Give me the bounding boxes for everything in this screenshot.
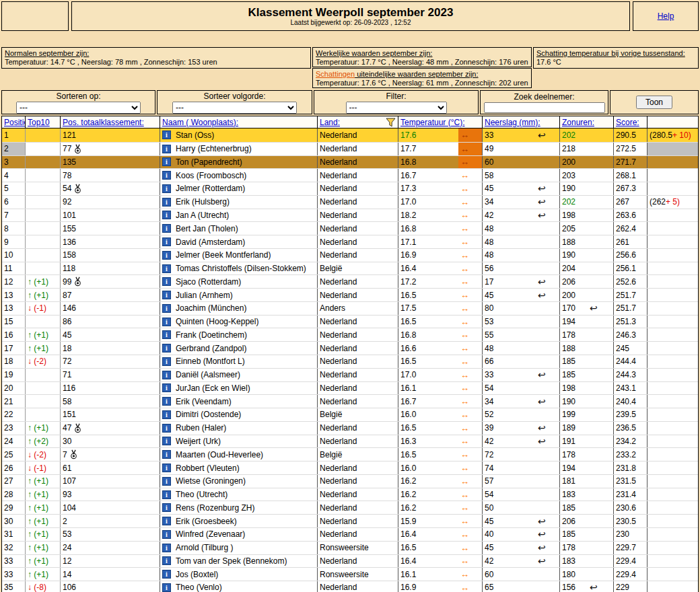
profile-icon[interactable]: i (162, 517, 171, 525)
table-row: 32↑ (+1)24iArnold (Tilburg )Ronsweersite… (2, 541, 698, 554)
col-header-neerslag[interactable]: Neerslag (mm): (485, 118, 540, 127)
score-detail-cell (647, 515, 698, 527)
col-header-naam[interactable]: Naam ( Woonplaats): (162, 118, 238, 127)
profile-icon[interactable]: i (162, 544, 171, 552)
col-header-temperatuur[interactable]: Temperatuur (°C): (400, 118, 465, 127)
col-header-pos-totaal[interactable]: Pos. totaalklassement: (63, 118, 144, 127)
temp-trend-cell: ↔ (458, 581, 482, 592)
profile-icon[interactable]: i (162, 583, 171, 592)
neerslag-trend-cell (536, 581, 559, 592)
profile-icon[interactable]: i (162, 184, 171, 193)
neerslag-trend-cell: ↩ (536, 209, 559, 222)
profile-icon[interactable]: i (162, 490, 171, 499)
temperatuur-cell: 17.0 (398, 369, 458, 381)
help-link[interactable]: Help (658, 11, 674, 21)
deelnemer-naam: Koos (Froombosch) (176, 171, 246, 180)
profile-icon[interactable]: i (162, 464, 171, 472)
profile-icon[interactable]: i (162, 291, 171, 299)
profile-icon[interactable]: i (162, 530, 171, 539)
profile-icon[interactable]: i (162, 556, 171, 565)
profile-icon[interactable]: i (162, 410, 171, 419)
pos-totaal-cell: 71 (60, 369, 160, 381)
profile-icon[interactable]: i (162, 437, 171, 445)
left-right-arrow-icon: ↔ (460, 276, 469, 287)
toon-button[interactable]: Toon (636, 96, 672, 109)
filter-funnel-icon[interactable] (386, 118, 396, 127)
profile-icon[interactable]: i (162, 304, 171, 313)
col-header-zonuren[interactable]: Zonuren: (562, 118, 594, 127)
neerslag-cell: 72 (482, 448, 536, 461)
col-header-top10[interactable]: Top10 (28, 118, 50, 127)
profile-icon[interactable]: i (162, 318, 171, 326)
col-header-score[interactable]: Score: (616, 118, 639, 127)
table-row: 28↑ (+1)93iTheo (Utrecht)Nederland16.2↔5… (2, 488, 698, 501)
profile-icon[interactable]: i (162, 397, 171, 406)
zonuren-trend-cell (588, 435, 613, 448)
profile-icon[interactable]: i (162, 264, 171, 273)
pos-totaal-cell: 116 (60, 382, 160, 395)
score-detail-cell (647, 568, 698, 581)
temp-trend-cell: ↔ (458, 528, 482, 541)
profile-icon[interactable]: i (162, 383, 171, 392)
deelnemer-naam: Bert Jan (Tholen) (176, 224, 238, 233)
profile-icon[interactable]: i (162, 477, 171, 486)
zonuren-cell: 178 (559, 328, 588, 341)
profile-icon[interactable]: i (162, 171, 171, 180)
temp-trend-cell: ↔ (458, 395, 482, 408)
profile-icon[interactable]: i (162, 237, 171, 246)
profile-icon[interactable]: i (162, 371, 171, 379)
info-middle-column: Werkelijke waarden september zijn: Tempe… (312, 47, 532, 88)
zoek-deelnemer-input[interactable] (484, 102, 605, 113)
volgorde-select[interactable]: --- (172, 102, 297, 114)
neerslag-cell: 74 (482, 461, 536, 474)
neerslag-cell: 45 (482, 515, 536, 527)
zonuren-trend-cell (588, 408, 613, 421)
naam-cell: iErik (Hulsberg) (160, 196, 317, 209)
logo-box (1, 1, 69, 31)
land-cell: Nederland (317, 316, 398, 328)
profile-icon[interactable]: i (162, 157, 171, 166)
score-detail-cell (647, 316, 698, 328)
sorteren-select[interactable]: --- (16, 102, 141, 114)
temperatuur-cell: 17.0 (398, 196, 458, 209)
zonuren-trend-cell (588, 262, 613, 275)
profile-icon[interactable]: i (162, 198, 171, 207)
score-cell: 229 (613, 581, 647, 592)
zoek-label: Zoek deelnemer: (514, 92, 574, 102)
score-detail-cell (647, 328, 698, 341)
score-detail-cell (647, 581, 698, 592)
neerslag-trend-cell: ↩ (536, 289, 559, 301)
return-arrow-icon: ↩ (538, 398, 546, 406)
score-cell: 230.5 (613, 515, 647, 527)
score-cell: 243.1 (613, 382, 647, 395)
land-cell: Nederland (317, 515, 398, 527)
profile-icon[interactable]: i (162, 503, 171, 512)
profile-icon[interactable]: i (162, 450, 171, 459)
profile-icon[interactable]: i (162, 357, 171, 366)
profile-icon[interactable]: i (162, 131, 171, 139)
profile-icon[interactable]: i (162, 224, 171, 233)
deelnemer-naam: Gerbrand (Zandpol) (176, 344, 246, 353)
col-header-land[interactable]: Land: (320, 118, 340, 127)
profile-icon[interactable]: i (162, 344, 171, 353)
profile-icon[interactable]: i (162, 570, 171, 579)
rank-down-indicator: ↓ (-8) (28, 583, 46, 592)
positie-cell: 29 (2, 501, 25, 514)
profile-icon[interactable]: i (162, 277, 171, 286)
filter-select[interactable]: --- (346, 102, 447, 114)
neerslag-cell: 48 (482, 342, 536, 355)
land-cell: Nederland (317, 555, 398, 568)
pos-totaal-cell: 61 (60, 461, 160, 474)
profile-icon[interactable]: i (162, 330, 171, 339)
profile-icon[interactable]: i (162, 251, 171, 260)
rank-up-indicator: ↑ (+1) (28, 476, 48, 486)
profile-icon[interactable]: i (162, 145, 171, 153)
deelnemer-naam: Quinten (Hoog-Keppel) (176, 317, 258, 326)
top10-cell (25, 209, 60, 222)
profile-icon[interactable]: i (162, 211, 171, 219)
schatting-vorige-heading: Schatting temperatuur bij vorige tussens… (536, 49, 695, 58)
neerslag-trend-cell: ↩ (536, 528, 559, 541)
temperatuur-cell: 16.4 (398, 528, 458, 541)
profile-icon[interactable]: i (162, 424, 171, 433)
col-header-positie[interactable]: Positie: (4, 118, 25, 127)
